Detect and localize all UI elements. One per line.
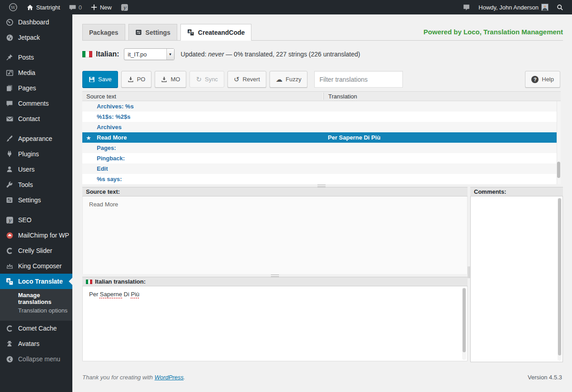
po-file-select[interactable]: it_IT.po ▾ [124,48,175,60]
help-button[interactable]: ? Help [525,71,560,88]
tab-createandcode[interactable]: A* CreateandCode [180,24,251,41]
sidebar-item-pages[interactable]: Pages [0,80,72,96]
sidebar-item-king-composer[interactable]: King Composer [0,258,72,274]
admin-footer: Thank you for creating with WordPress. V… [82,362,563,381]
comments-scrollbar-thumb[interactable] [558,198,561,355]
translation-label: Italian translation: [95,278,146,285]
column-resize-handle[interactable] [468,266,470,278]
translation-scrollbar-thumb[interactable] [463,288,466,352]
wordpress-logo-menu[interactable]: W [5,0,22,14]
source-text-viewer[interactable]: Read More [82,196,468,274]
resize-grip-handle[interactable] [271,275,279,277]
sidebar-item-comments[interactable]: Comments [0,96,72,111]
list-scrollbar[interactable] [557,101,561,184]
sidebar-item-appearance[interactable]: Appearance [0,131,72,146]
button-label: Sync [205,76,218,83]
string-row[interactable]: %s says: [82,174,561,184]
tab-packages[interactable]: Packages [82,24,125,41]
sidebar-item-tools[interactable]: Tools [0,177,72,192]
comet-cache-icon [5,325,14,332]
italian-flag-icon [86,280,92,284]
comments-bubble-menu[interactable]: 0 [65,0,86,14]
filter-translations-input[interactable] [314,71,403,88]
source-cell: Archives: %s [82,103,323,110]
mailchimp-icon [5,232,14,239]
sidebar-item-avatars[interactable]: Avatars [0,336,72,351]
comments-scrollbar[interactable] [558,197,562,361]
comments-icon [5,100,14,107]
submenu-item-manage-translations[interactable]: Manage translations [0,292,72,304]
editor-panels: Source text: Read More Italian translati… [82,187,563,362]
chat-adminbar-menu[interactable] [459,0,474,14]
jetpack-icon [5,34,14,42]
translation-scrollbar[interactable] [462,287,466,360]
sidebar-item-dashboard[interactable]: Dashboard [0,14,72,30]
sidebar-item-label: Media [18,69,35,76]
string-row[interactable]: Edit [82,163,561,174]
source-cell: Edit [82,165,323,172]
collapse-menu-button[interactable]: Collapse menu [0,351,72,367]
sidebar-item-label: Tools [18,181,33,188]
admin-sidebar: Dashboard Jetpack Posts Media Pages Comm… [0,14,72,392]
comments-editor[interactable] [470,196,563,362]
thanks-prefix: Thank you for creating with [82,374,153,381]
sidebar-item-label: Crelly Slider [18,247,52,254]
save-button[interactable]: Save [82,71,118,88]
sidebar-item-contact[interactable]: Contact [0,111,72,126]
source-cell: Pages: [82,145,323,151]
submenu-item-translation-options[interactable]: Translation options [0,304,72,317]
menu-separator [0,45,72,50]
string-row[interactable]: Archives: %s [82,101,561,112]
account-menu[interactable]: Howdy, John Anderson [474,0,553,14]
list-scrollbar-thumb[interactable] [557,162,560,178]
translation-column-header[interactable]: Translation [323,93,357,100]
comment-bubble-icon [69,4,76,11]
sync-button[interactable]: ↻ Sync [189,71,224,88]
po-download-button[interactable]: PO [121,71,152,88]
powered-by-loco-link[interactable]: Powered by Loco, Translation Management [424,28,563,36]
media-icon [5,69,14,77]
new-content-menu[interactable]: New [87,0,116,14]
sidebar-item-posts[interactable]: Posts [0,50,72,65]
string-row[interactable]: %1$s: %2$s [82,112,561,122]
string-row[interactable]: Pages: [82,143,561,153]
plug-icon [5,150,14,158]
sidebar-item-users[interactable]: Users [0,162,72,177]
button-label: PO [137,76,146,83]
resize-grip-handle[interactable] [317,185,326,187]
wordpress-footer-link[interactable]: WordPress [155,374,184,381]
paintbrush-icon [5,135,14,142]
sidebar-item-jetpack[interactable]: Jetpack [0,30,72,45]
site-menu[interactable]: Startright [23,0,64,14]
string-row[interactable]: Pingback: [82,153,561,163]
loco-translate-icon: A* [5,278,14,285]
string-row[interactable]: Archives [82,122,561,132]
translation-token-misspelled: Più [131,291,140,298]
sidebar-item-plugins[interactable]: Plugins [0,146,72,162]
sidebar-item-media[interactable]: Media [0,65,72,80]
sidebar-item-mailchimp[interactable]: MailChimp for WP [0,228,72,243]
translation-editor[interactable]: Per Saperne Di Più [82,286,468,361]
sidebar-item-label: Jetpack [18,34,40,41]
yoast-seo-icon: y [5,216,14,224]
sidebar-item-comet-cache[interactable]: Comet Cache [0,321,72,336]
crelly-c-icon [5,247,14,255]
yoast-adminbar-menu[interactable]: y [117,0,132,14]
sidebar-item-seo[interactable]: y SEO [0,212,72,228]
sidebar-item-loco-translate[interactable]: A* Loco Translate [0,274,72,289]
source-text-value: Read More [89,201,118,208]
string-row-selected[interactable]: ★Read More Per Saperne Di Più [82,132,561,143]
source-cell: Pingback: [82,155,323,162]
search-adminbar[interactable] [553,0,567,14]
fuzzy-button[interactable]: ☁ Fuzzy [269,71,308,88]
source-column-header[interactable]: Source text [82,93,323,100]
sidebar-item-label: Collapse menu [18,355,60,363]
sidebar-item-settings[interactable]: Settings [0,192,72,208]
comments-count: 0 [79,4,82,11]
tab-settings[interactable]: Settings [128,24,177,41]
source-text-panel-header: Source text: [82,187,468,196]
sidebar-item-crelly-slider[interactable]: Crelly Slider [0,243,72,258]
revert-button[interactable]: ↺ Revert [227,71,266,88]
svg-text:*: * [191,32,193,35]
mo-download-button[interactable]: MO [155,71,186,88]
